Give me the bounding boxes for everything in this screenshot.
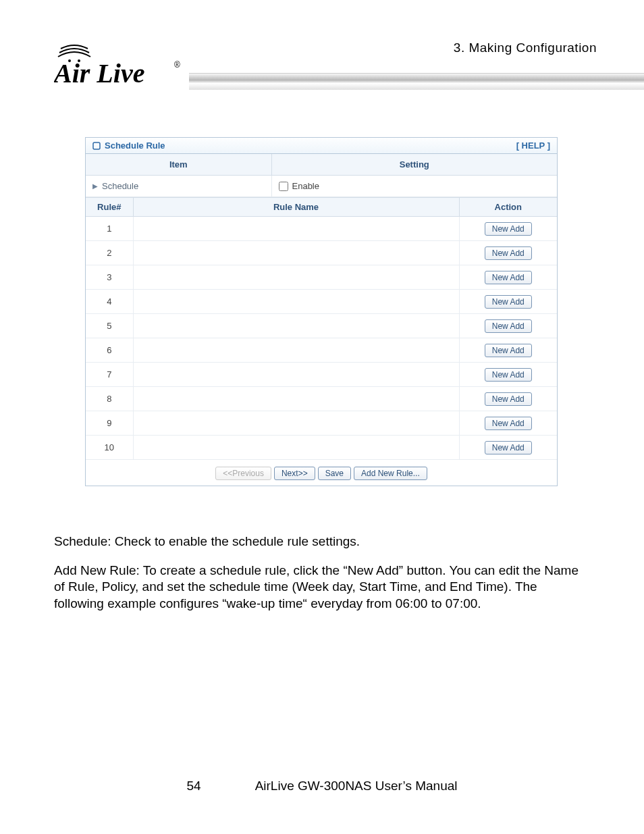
airlive-logo: Air Live ® (54, 41, 189, 88)
paragraph-schedule: Schedule: Check to enable the schedule r… (54, 533, 590, 550)
button-bar: <<Previous Next>> Save Add New Rule... (86, 460, 557, 486)
new-add-button[interactable]: New Add (485, 295, 532, 309)
table-row: 6New Add (86, 338, 557, 363)
table-row: 2New Add (86, 241, 557, 265)
table-row: 9New Add (86, 411, 557, 436)
add-new-rule-button[interactable]: Add New Rule... (354, 467, 427, 480)
triangle-icon: ▶ (92, 182, 98, 190)
previous-button: <<Previous (215, 467, 271, 480)
action-cell: New Add (459, 436, 557, 460)
rules-header-row: Rule# Rule Name Action (86, 198, 557, 217)
action-cell: New Add (459, 217, 557, 241)
settings-table: Item Setting ▶ Schedule Enable (86, 154, 557, 197)
rule-name-header: Rule Name (133, 198, 459, 217)
rule-number-cell: 6 (86, 338, 133, 363)
action-header: Action (459, 198, 557, 217)
new-add-button[interactable]: New Add (485, 344, 532, 357)
table-row: 8New Add (86, 387, 557, 411)
panel-title-bar: Schedule Rule [ HELP ] (86, 138, 557, 154)
new-add-button[interactable]: New Add (485, 271, 532, 284)
next-button[interactable]: Next>> (274, 467, 315, 480)
enable-checkbox[interactable] (279, 182, 288, 191)
rule-name-cell (133, 265, 459, 290)
rule-name-cell (133, 290, 459, 314)
rule-number-cell: 5 (86, 314, 133, 338)
table-row: 10New Add (86, 436, 557, 460)
rule-name-cell (133, 217, 459, 241)
schedule-row: ▶ Schedule Enable (86, 176, 557, 197)
page-header: Air Live ® 3. Making Configuration (0, 0, 644, 95)
rule-number-cell: 7 (86, 363, 133, 387)
item-header: Item (86, 154, 271, 176)
action-cell: New Add (459, 314, 557, 338)
action-cell: New Add (459, 338, 557, 363)
table-row: 5New Add (86, 314, 557, 338)
new-add-button[interactable]: New Add (485, 319, 532, 333)
enable-cell-wrapper: Enable (271, 176, 557, 197)
rule-number-cell: 1 (86, 217, 133, 241)
new-add-button[interactable]: New Add (485, 392, 532, 406)
rule-name-cell (133, 436, 459, 460)
page-number: 54 (186, 779, 200, 793)
page-footer: 54 AirLive GW-300NAS User’s Manual (0, 779, 644, 793)
table-row: 3New Add (86, 265, 557, 290)
svg-text:®: ® (174, 60, 180, 70)
help-link[interactable]: [ HELP ] (516, 140, 550, 151)
panel-title: Schedule Rule (92, 140, 165, 151)
table-row: 4New Add (86, 290, 557, 314)
save-button[interactable]: Save (318, 467, 351, 480)
schedule-cell: ▶ Schedule (86, 176, 271, 197)
rule-number-cell: 10 (86, 436, 133, 460)
body-text: Schedule: Check to enable the schedule r… (54, 533, 590, 625)
new-add-button[interactable]: New Add (485, 222, 532, 236)
schedule-rule-panel: Schedule Rule [ HELP ] Item Setting ▶ Sc… (85, 137, 558, 486)
panel-icon (92, 142, 101, 150)
enable-label: Enable (292, 181, 319, 191)
rule-number-cell: 9 (86, 411, 133, 436)
rule-name-cell (133, 314, 459, 338)
settings-header-row: Item Setting (86, 154, 557, 176)
chapter-title: 3. Making Configuration (454, 41, 597, 55)
paragraph-add-new: Add New Rule: To create a schedule rule,… (54, 563, 590, 613)
new-add-button[interactable]: New Add (485, 368, 532, 382)
rule-number-cell: 4 (86, 290, 133, 314)
rule-name-cell (133, 363, 459, 387)
rule-number-cell: 2 (86, 241, 133, 265)
rule-number-cell: 3 (86, 265, 133, 290)
new-add-button[interactable]: New Add (485, 441, 532, 454)
action-cell: New Add (459, 265, 557, 290)
logo-svg: Air Live ® (54, 41, 189, 88)
panel-title-text: Schedule Rule (105, 140, 165, 151)
rule-number-cell: 8 (86, 387, 133, 411)
manual-title: AirLive GW-300NAS User’s Manual (255, 779, 458, 793)
svg-text:Air Live: Air Live (54, 58, 144, 88)
svg-rect-4 (93, 142, 100, 149)
table-row: 7New Add (86, 363, 557, 387)
action-cell: New Add (459, 363, 557, 387)
rule-name-cell (133, 411, 459, 436)
header-divider (189, 73, 644, 90)
new-add-button[interactable]: New Add (485, 246, 532, 260)
rule-name-cell (133, 241, 459, 265)
rule-number-header: Rule# (86, 198, 133, 217)
setting-header: Setting (271, 154, 557, 176)
table-row: 1New Add (86, 217, 557, 241)
action-cell: New Add (459, 241, 557, 265)
action-cell: New Add (459, 411, 557, 436)
rules-table: Rule# Rule Name Action 1New Add2New Add3… (86, 197, 557, 460)
rule-name-cell (133, 387, 459, 411)
action-cell: New Add (459, 290, 557, 314)
action-cell: New Add (459, 387, 557, 411)
schedule-label: Schedule (102, 181, 138, 191)
rule-name-cell (133, 338, 459, 363)
new-add-button[interactable]: New Add (485, 417, 532, 430)
